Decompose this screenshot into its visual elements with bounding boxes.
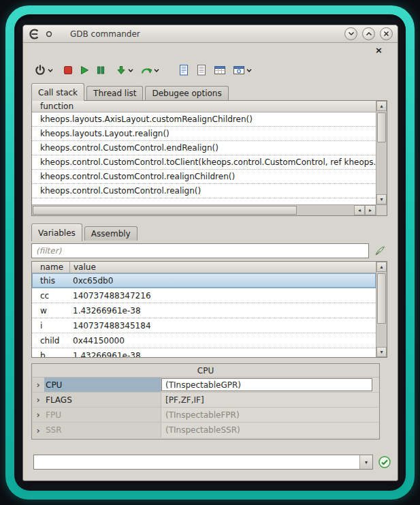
step-into-button[interactable]	[116, 62, 127, 78]
step-into-dropdown[interactable]	[128, 62, 135, 78]
close-button[interactable]	[380, 27, 393, 40]
call-stack-row[interactable]: kheops.control.CustomControl.realign()	[32, 184, 376, 198]
variable-row[interactable]: cc 140737488347216	[32, 288, 376, 303]
call-stack-horizontal-scrollbar[interactable]: ◂ ▸	[32, 204, 376, 215]
variable-value: 0xc65db0	[69, 276, 376, 286]
register-group-name[interactable]: FLAGS	[44, 393, 161, 407]
variable-name: w	[32, 306, 69, 316]
scrollbar-track[interactable]	[32, 205, 354, 215]
register-group-name[interactable]: SSR	[44, 423, 161, 438]
output-list-button[interactable]	[196, 62, 207, 78]
dropdown-icon	[154, 69, 159, 72]
filter-input[interactable]	[31, 243, 369, 258]
watch-window-button[interactable]	[233, 62, 245, 78]
scrollbar-track[interactable]	[376, 272, 387, 347]
memory-view-button[interactable]	[214, 62, 226, 78]
cpu-register-row[interactable]: › FLAGS [PF,ZF,IF]	[32, 393, 379, 408]
function-column-header[interactable]: function	[32, 102, 74, 111]
call-stack-row[interactable]: kheops.layouts.AxisLayout.customRealignC…	[32, 112, 376, 127]
call-stack-row[interactable]: kheops.control.CustomControl.realignChil…	[32, 170, 376, 184]
scrollbar-thumb[interactable]	[377, 112, 386, 142]
app-sub-icon	[46, 31, 52, 37]
expander-icon[interactable]: ›	[32, 423, 44, 438]
scroll-right-button[interactable]: ▸	[365, 205, 376, 215]
tab-call-stack[interactable]: Call stack	[31, 83, 84, 101]
cpu-register-row[interactable]: › SSR (TInspectableSSR)	[32, 423, 379, 438]
variable-row[interactable]: w 1.43266961e-38	[32, 303, 376, 318]
scroll-up-button[interactable]: ▴	[376, 262, 387, 272]
chevron-up-icon	[366, 31, 372, 36]
call-stack-header[interactable]: function	[32, 101, 376, 112]
source-doc-button[interactable]	[178, 62, 189, 78]
register-group-name[interactable]: CPU	[44, 378, 161, 392]
power-button[interactable]	[34, 62, 46, 78]
expander-icon[interactable]: ›	[32, 408, 44, 422]
variables-panel: name value this 0xc65db0 cc 140737488347…	[31, 261, 387, 358]
call-stack-row[interactable]: kheops.control.CustomControl.endRealign(…	[32, 141, 376, 155]
gdb-commander-window: GDB commander ×	[22, 25, 398, 481]
dropdown-icon	[128, 69, 133, 72]
variable-name: b	[32, 351, 69, 358]
run-button[interactable]	[79, 62, 90, 78]
call-stack-row[interactable]: kheops.layouts.Layout.realign()	[32, 127, 376, 141]
tab-variables[interactable]: Variables	[31, 224, 82, 241]
variable-row[interactable]: child 0x44150000	[32, 333, 376, 348]
close-icon	[383, 31, 389, 37]
maximize-button[interactable]	[362, 27, 375, 40]
list-document-icon	[196, 64, 207, 76]
filter-pen-button[interactable]	[372, 243, 387, 258]
register-value-cell: [PF,ZF,IF]	[161, 393, 379, 407]
dock-header: ×	[23, 43, 398, 58]
cpu-value-editor[interactable]: (TInspectableGPR)	[161, 378, 372, 391]
variable-value: 1.43266961e-38	[69, 351, 376, 358]
dock-close-button[interactable]: ×	[375, 46, 383, 55]
watch-window-dropdown[interactable]	[246, 62, 253, 78]
call-stack-row[interactable]: kheops.control.CustomControl.toClient(kh…	[32, 155, 376, 170]
variable-name: this	[32, 276, 69, 286]
variable-value: 0x44150000	[69, 336, 376, 346]
expander-icon[interactable]: ›	[32, 378, 44, 392]
value-column-header[interactable]: value	[69, 262, 376, 273]
titlebar[interactable]: GDB commander	[23, 25, 398, 43]
scrollbar-track[interactable]	[376, 111, 387, 194]
scrollbar-thumb[interactable]	[33, 206, 297, 215]
scrollbar-thumb[interactable]	[377, 273, 386, 324]
scroll-down-button[interactable]: ▾	[376, 347, 387, 357]
pause-button[interactable]	[95, 62, 106, 78]
cpu-register-row[interactable]: › CPU (TInspectableGPR)	[32, 378, 379, 393]
step-over-button[interactable]	[140, 62, 152, 78]
register-value-cell: (TInspectableGPR)	[161, 378, 379, 392]
combo-dropdown-button[interactable]: ▾	[359, 455, 372, 469]
variables-header[interactable]: name value	[32, 262, 376, 273]
name-column-header[interactable]: name	[32, 262, 69, 272]
variable-value: 140737488347216	[69, 291, 376, 301]
dropdown-icon	[246, 69, 252, 72]
minimize-button[interactable]	[344, 27, 357, 40]
register-value-cell: (TInspectableFPR)	[161, 408, 379, 422]
tab-assembly[interactable]: Assembly	[84, 226, 138, 241]
step-over-dropdown[interactable]	[154, 62, 161, 78]
command-input[interactable]	[34, 455, 359, 469]
execute-button[interactable]	[378, 455, 391, 469]
call-stack-vertical-scrollbar[interactable]: ▴ ▾	[376, 101, 387, 204]
scroll-left-button[interactable]: ◂	[354, 205, 365, 215]
stop-icon	[63, 65, 74, 76]
register-group-name[interactable]: FPU	[44, 408, 161, 422]
stop-button[interactable]	[63, 62, 74, 78]
expander-icon[interactable]: ›	[32, 393, 44, 407]
variable-row[interactable]: i 140737488345184	[32, 318, 376, 333]
variable-value: 1.43266961e-38	[69, 306, 376, 316]
scroll-down-button[interactable]: ▾	[376, 194, 387, 204]
variable-row[interactable]: b 1.43266961e-38	[32, 348, 376, 358]
command-combobox[interactable]: ▾	[33, 455, 373, 470]
variables-vertical-scrollbar[interactable]: ▴ ▾	[376, 262, 387, 357]
power-dropdown[interactable]	[48, 62, 54, 78]
grid-window-icon	[214, 65, 226, 76]
variable-row[interactable]: this 0xc65db0	[32, 273, 376, 288]
cpu-register-row[interactable]: › FPU (TInspectableFPR)	[32, 408, 379, 423]
tab-thread-list[interactable]: Thread list	[86, 86, 143, 100]
scroll-up-button[interactable]: ▴	[376, 101, 387, 111]
variable-name: child	[32, 336, 69, 346]
quill-icon	[374, 245, 386, 257]
tab-debugee-options[interactable]: Debugee options	[145, 86, 228, 100]
